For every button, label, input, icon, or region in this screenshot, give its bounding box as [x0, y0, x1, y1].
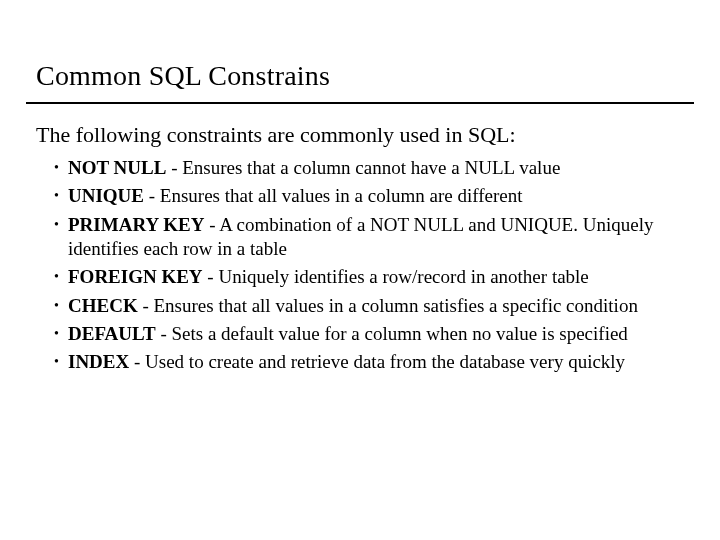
- list-item: INDEX - Used to create and retrieve data…: [54, 350, 670, 374]
- constraint-keyword: INDEX: [68, 351, 129, 372]
- constraint-desc: - Used to create and retrieve data from …: [129, 351, 625, 372]
- list-item: DEFAULT - Sets a default value for a col…: [54, 322, 670, 346]
- constraint-desc: - Ensures that a column cannot have a NU…: [166, 157, 560, 178]
- constraint-desc: - Sets a default value for a column when…: [156, 323, 628, 344]
- constraint-desc: - Uniquely identifies a row/record in an…: [203, 266, 589, 287]
- constraint-keyword: FOREIGN KEY: [68, 266, 203, 287]
- list-item: UNIQUE - Ensures that all values in a co…: [54, 184, 670, 208]
- constraint-keyword: PRIMARY KEY: [68, 214, 204, 235]
- constraints-list: NOT NULL - Ensures that a column cannot …: [54, 156, 670, 375]
- title-underline: [26, 102, 694, 104]
- list-item: CHECK - Ensures that all values in a col…: [54, 294, 670, 318]
- list-item: NOT NULL - Ensures that a column cannot …: [54, 156, 670, 180]
- list-item: FOREIGN KEY - Uniquely identifies a row/…: [54, 265, 670, 289]
- constraint-keyword: DEFAULT: [68, 323, 156, 344]
- constraint-keyword: UNIQUE: [68, 185, 144, 206]
- constraint-desc: - Ensures that all values in a column sa…: [138, 295, 638, 316]
- constraint-keyword: CHECK: [68, 295, 138, 316]
- slide-title: Common SQL Constrains: [36, 60, 720, 92]
- slide: Common SQL Constrains The following cons…: [0, 60, 720, 540]
- intro-text: The following constraints are commonly u…: [36, 122, 720, 148]
- list-item: PRIMARY KEY - A combination of a NOT NUL…: [54, 213, 670, 262]
- constraint-keyword: NOT NULL: [68, 157, 166, 178]
- constraint-desc: - Ensures that all values in a column ar…: [144, 185, 522, 206]
